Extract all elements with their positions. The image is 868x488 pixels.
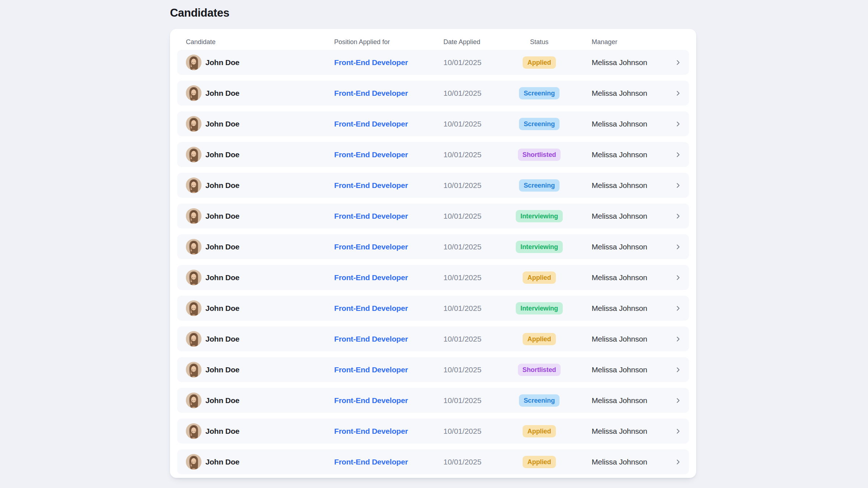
date-applied: 10/01/2025 bbox=[443, 212, 516, 221]
candidate-avatar bbox=[186, 147, 201, 162]
chevron-right-icon[interactable] bbox=[673, 427, 683, 435]
table-row[interactable]: John Doe Front-End Developer 10/01/2025 … bbox=[177, 265, 689, 290]
candidate-cell: John Doe bbox=[186, 147, 334, 162]
chevron-right-icon[interactable] bbox=[673, 120, 683, 128]
manager-name: Melissa Johnson bbox=[592, 150, 673, 159]
position-link[interactable]: Front-End Developer bbox=[334, 243, 408, 251]
date-applied: 10/01/2025 bbox=[443, 150, 516, 159]
candidate-name: John Doe bbox=[205, 365, 239, 374]
page-title: Candidates bbox=[170, 7, 868, 20]
candidate-cell: John Doe bbox=[186, 423, 334, 439]
chevron-right-icon[interactable] bbox=[673, 89, 683, 97]
status-badge: Applied bbox=[523, 456, 556, 468]
table-row[interactable]: John Doe Front-End Developer 10/01/2025 … bbox=[177, 449, 689, 474]
candidate-avatar bbox=[186, 454, 201, 470]
table-row[interactable]: John Doe Front-End Developer 10/01/2025 … bbox=[177, 388, 689, 413]
candidate-cell: John Doe bbox=[186, 208, 334, 224]
position-link[interactable]: Front-End Developer bbox=[334, 396, 408, 405]
table-row[interactable]: John Doe Front-End Developer 10/01/2025 … bbox=[177, 173, 689, 198]
date-applied: 10/01/2025 bbox=[443, 427, 516, 436]
candidate-name: John Doe bbox=[205, 58, 239, 67]
table-row[interactable]: John Doe Front-End Developer 10/01/2025 … bbox=[177, 296, 689, 321]
chevron-right-icon[interactable] bbox=[673, 274, 683, 282]
status-cell: Shortlisted bbox=[516, 364, 563, 376]
status-badge: Screening bbox=[519, 394, 559, 407]
status-badge: Applied bbox=[523, 425, 556, 437]
candidate-cell: John Doe bbox=[186, 331, 334, 347]
position-link[interactable]: Front-End Developer bbox=[334, 458, 408, 466]
status-cell: Screening bbox=[516, 87, 563, 99]
date-applied: 10/01/2025 bbox=[443, 273, 516, 282]
column-header-position: Position Applied for bbox=[334, 38, 443, 46]
position-link[interactable]: Front-End Developer bbox=[334, 304, 408, 313]
position-link[interactable]: Front-End Developer bbox=[334, 120, 408, 128]
date-applied: 10/01/2025 bbox=[443, 181, 516, 190]
candidate-name: John Doe bbox=[205, 243, 239, 251]
manager-name: Melissa Johnson bbox=[592, 120, 673, 128]
manager-name: Melissa Johnson bbox=[592, 365, 673, 374]
manager-name: Melissa Johnson bbox=[592, 458, 673, 466]
chevron-right-icon[interactable] bbox=[673, 181, 683, 189]
candidate-avatar bbox=[186, 55, 201, 70]
position-link[interactable]: Front-End Developer bbox=[334, 58, 408, 67]
chevron-right-icon[interactable] bbox=[673, 458, 683, 466]
candidate-avatar bbox=[186, 362, 201, 377]
table-row[interactable]: John Doe Front-End Developer 10/01/2025 … bbox=[177, 204, 689, 228]
status-cell: Screening bbox=[516, 179, 563, 192]
date-applied: 10/01/2025 bbox=[443, 58, 516, 67]
manager-name: Melissa Johnson bbox=[592, 181, 673, 190]
chevron-right-icon[interactable] bbox=[673, 397, 683, 404]
candidate-avatar bbox=[186, 393, 201, 408]
position-link[interactable]: Front-End Developer bbox=[334, 150, 408, 159]
table-row[interactable]: John Doe Front-End Developer 10/01/2025 … bbox=[177, 357, 689, 382]
position-link[interactable]: Front-End Developer bbox=[334, 212, 408, 221]
position-link[interactable]: Front-End Developer bbox=[334, 181, 408, 190]
date-applied: 10/01/2025 bbox=[443, 304, 516, 313]
candidate-name: John Doe bbox=[205, 335, 239, 343]
manager-name: Melissa Johnson bbox=[592, 243, 673, 251]
status-cell: Applied bbox=[516, 56, 563, 69]
chevron-right-icon[interactable] bbox=[673, 212, 683, 220]
candidate-avatar bbox=[186, 208, 201, 224]
manager-name: Melissa Johnson bbox=[592, 212, 673, 221]
table-row[interactable]: John Doe Front-End Developer 10/01/2025 … bbox=[177, 142, 689, 167]
table-header-row: Candidate Position Applied for Date Appl… bbox=[177, 34, 689, 50]
manager-name: Melissa Johnson bbox=[592, 89, 673, 98]
chevron-right-icon[interactable] bbox=[673, 59, 683, 67]
position-link[interactable]: Front-End Developer bbox=[334, 335, 408, 343]
table-row[interactable]: John Doe Front-End Developer 10/01/2025 … bbox=[177, 81, 689, 106]
chevron-right-icon[interactable] bbox=[673, 335, 683, 343]
candidate-cell: John Doe bbox=[186, 177, 334, 193]
status-badge: Screening bbox=[519, 87, 559, 99]
chevron-right-icon[interactable] bbox=[673, 151, 683, 159]
candidate-avatar bbox=[186, 331, 201, 347]
position-link[interactable]: Front-End Developer bbox=[334, 365, 408, 374]
status-cell: Applied bbox=[516, 425, 563, 437]
table-row[interactable]: John Doe Front-End Developer 10/01/2025 … bbox=[177, 111, 689, 136]
status-badge: Screening bbox=[519, 179, 559, 192]
table-row[interactable]: John Doe Front-End Developer 10/01/2025 … bbox=[177, 234, 689, 259]
candidate-cell: John Doe bbox=[186, 270, 334, 285]
chevron-right-icon[interactable] bbox=[673, 304, 683, 312]
position-link[interactable]: Front-End Developer bbox=[334, 427, 408, 436]
chevron-right-icon[interactable] bbox=[673, 243, 683, 251]
chevron-right-icon[interactable] bbox=[673, 366, 683, 374]
candidate-name: John Doe bbox=[205, 458, 239, 466]
position-link[interactable]: Front-End Developer bbox=[334, 273, 408, 282]
position-link[interactable]: Front-End Developer bbox=[334, 89, 408, 98]
table-row[interactable]: John Doe Front-End Developer 10/01/2025 … bbox=[177, 419, 689, 444]
status-badge: Interviewing bbox=[516, 241, 563, 253]
table-row[interactable]: John Doe Front-End Developer 10/01/2025 … bbox=[177, 50, 689, 75]
date-applied: 10/01/2025 bbox=[443, 120, 516, 128]
candidate-avatar bbox=[186, 300, 201, 316]
status-badge: Applied bbox=[523, 56, 556, 69]
candidate-avatar bbox=[186, 85, 201, 101]
status-cell: Applied bbox=[516, 271, 563, 284]
candidates-page: Candidates Candidate Position Applied fo… bbox=[0, 0, 868, 478]
date-applied: 10/01/2025 bbox=[443, 365, 516, 374]
manager-name: Melissa Johnson bbox=[592, 304, 673, 313]
status-cell: Applied bbox=[516, 456, 563, 468]
candidate-cell: John Doe bbox=[186, 85, 334, 101]
table-row[interactable]: John Doe Front-End Developer 10/01/2025 … bbox=[177, 326, 689, 351]
date-applied: 10/01/2025 bbox=[443, 458, 516, 466]
